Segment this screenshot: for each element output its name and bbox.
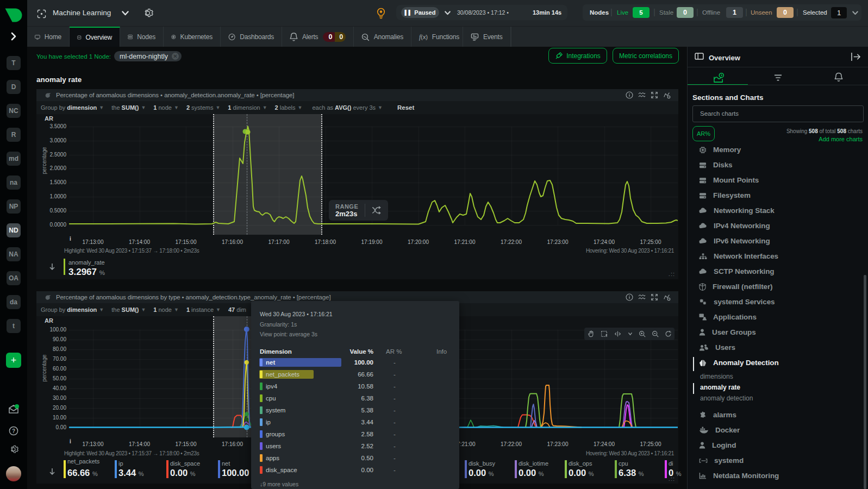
svg-text:?: ? [12, 428, 15, 434]
